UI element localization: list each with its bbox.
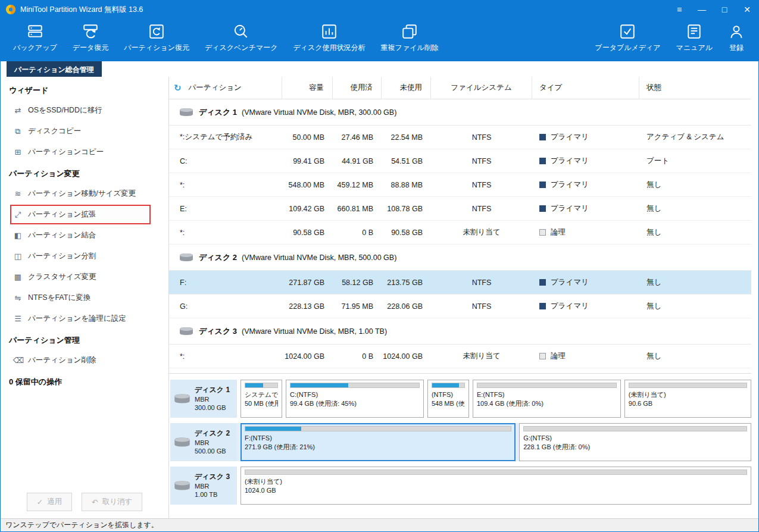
cell-status: 無し [639,277,751,287]
map-partition-g[interactable]: G:(NTFS) 228.1 GB (使用済: 0%) [519,423,751,461]
sidebar-item-extend-partition[interactable]: ⤢ パーティション拡張 [10,205,151,224]
cell-type: 論理 [551,351,566,361]
menu-icon[interactable]: ≡ [668,1,691,18]
refresh-icon[interactable]: ↻ [174,83,182,93]
table-row[interactable]: *: 548.00 MB 459.12 MB 88.88 MB NTFS プライ… [169,173,751,197]
disk-benchmark-icon [233,23,249,40]
cell-partition: *:システムで予約済み [169,132,282,142]
sidebar-section-manage: パーティション管理 [1,329,168,350]
cell-filesystem: NTFS [431,302,532,311]
cell-used: 0 B [333,229,382,237]
cell-partition: *: [169,352,282,361]
tab-bar: パーティション総合管理 [1,61,758,77]
table-row[interactable]: G: 228.13 GB 71.95 MB 228.06 GB NTFS プライ… [169,295,751,318]
pending-operations: 0 保留中の操作 [1,371,168,387]
sidebar-item-change-cluster-size[interactable]: ▦ クラスタサイズ変更 [10,267,151,287]
tab-partition-management[interactable]: パーティション総合管理 [7,61,102,77]
cell-partition: F: [169,278,282,287]
map-partition-unallocated[interactable]: (未割り当て) 1024.0 GB [240,467,751,505]
register-button[interactable]: 登録 [720,22,752,54]
data-recovery-label: データ復元 [73,43,109,53]
table-row-selected[interactable]: F: 271.87 GB 58.12 GB 213.75 GB NTFS プライ… [169,271,751,295]
minimize-button[interactable]: — [691,1,713,18]
usage-bar [245,383,278,388]
bootable-media-icon [619,23,636,40]
sidebar-item-label: パーティション拡張 [28,209,96,220]
sidebar-item-move-resize[interactable]: ≋ パーティション移動/サイズ変更 [10,184,151,204]
table-row[interactable]: *:システムで予約済み 50.00 MB 27.46 MB 22.54 MB N… [169,126,751,149]
duplicate-file-remover-button[interactable]: 重複ファイル削除 [373,22,446,54]
merge-partition-icon: ◧ [13,231,23,240]
undo-icon: ↶ [92,497,98,506]
type-square-icon [539,205,546,212]
disk-icon [173,393,191,405]
backup-icon [27,23,43,40]
col-type: タイプ [532,77,639,99]
manual-button[interactable]: マニュアル [669,22,720,54]
usage-bar [523,426,747,431]
map-partition-unallocated[interactable]: (未割り当て) 90.6 GB [624,380,751,418]
table-row[interactable]: *: 1024.00 GB 0 B 1024.00 GB 未割り当て 論理 無し [169,345,751,368]
disk-benchmark-button[interactable]: ディスクベンチマーク [197,22,286,54]
sidebar-item-merge-partition[interactable]: ◧ パーティション結合 [10,226,151,245]
sidebar-item-migrate-os[interactable]: ⇄ OSをSSD/HDDに移行 [10,101,151,120]
backup-button[interactable]: バックアップ [5,22,65,54]
map-disk-scheme: MBR [195,396,209,403]
maximize-button[interactable]: □ [713,1,736,18]
bootable-media-button[interactable]: ブータブルメディア [587,22,668,54]
map-partition-recovery[interactable]: (NTFS) 548 MB (使用済 [427,380,469,418]
map-partition-system-reserved[interactable]: システムで予約 50 MB (使用済 [240,380,282,418]
sidebar-item-label: NTFSをFATに変換 [28,293,90,303]
disk1-map-row: ディスク 1MBR300.00 GB システムで予約 50 MB (使用済 C:… [170,380,751,418]
cell-type: プライマリ [551,204,589,214]
cell-status: 無し [639,227,751,237]
usage-bar [290,383,420,388]
map-partition-e[interactable]: E:(NTFS) 109.4 GB (使用済: 0%) [473,380,621,418]
usage-bar [245,470,747,475]
data-recovery-button[interactable]: データ復元 [65,22,117,54]
disk1-group-header[interactable]: ディスク 1 (VMware Virtual NVMe Disk, MBR, 3… [169,99,751,126]
sidebar-item-convert-ntfs-fat[interactable]: ⇋ NTFSをFATに変換 [10,288,151,308]
cell-status: 無し [639,301,751,311]
convert-icon: ⇋ [13,293,23,302]
disk3-map-label[interactable]: ディスク 3MBR1.00 TB [170,467,237,505]
table-row[interactable]: E: 109.42 GB 660.81 MB 108.78 GB NTFS プラ… [169,197,751,221]
partition-recovery-button[interactable]: パーティション復元 [116,22,197,54]
cell-unused: 108.78 GB [382,205,431,213]
set-logical-icon: ☰ [13,314,23,323]
map-disk-scheme: MBR [195,483,209,490]
map-partition-c[interactable]: C:(NTFS) 99.4 GB (使用済: 45%) [286,380,424,418]
disk-name: ディスク 1 [199,107,237,118]
move-resize-icon: ≋ [13,189,23,198]
sidebar-item-split-partition[interactable]: ◫ パーティション分割 [10,246,151,266]
sidebar-item-label: OSをSSD/HDDに移行 [28,105,102,115]
sidebar-item-disk-copy[interactable]: ⧉ ディスクコピー [10,121,151,141]
cell-capacity: 109.42 GB [282,205,333,213]
disk2-group-header[interactable]: ディスク 2 (VMware Virtual NVMe Disk, MBR, 5… [169,245,751,271]
undo-button[interactable]: ↶ 取り消す [82,493,142,511]
apply-button[interactable]: ✓ 適用 [27,493,72,511]
partition-label: G:(NTFS) [523,434,747,443]
sidebar-item-partition-copy[interactable]: ⊞ パーティションコピー [10,142,151,162]
cell-partition: E: [169,205,282,213]
sidebar-section-wizard: ウィザード [1,79,168,100]
partition-label: (未割り当て) [245,477,747,486]
map-partition-f-selected[interactable]: F:(NTFS) 271.9 GB (使用済: 21%) [240,423,516,461]
sidebar-item-set-logical[interactable]: ☰ パーティションを論理に設定 [10,309,151,328]
sidebar-item-label: パーティション分割 [28,251,96,261]
table-row[interactable]: C: 99.41 GB 44.91 GB 54.51 GB NTFS プライマリ… [169,149,751,173]
cell-type: プライマリ [551,180,589,190]
table-row[interactable]: *: 90.58 GB 0 B 90.58 GB 未割り当て 論理 無し [169,221,751,245]
col-used: 使用済 [333,77,382,99]
partition-size: 99.4 GB (使用済: 45%) [290,399,420,408]
disk2-map-label[interactable]: ディスク 2MBR500.00 GB [170,423,237,461]
close-button[interactable]: ✕ [736,1,758,18]
sidebar-item-label: パーティション移動/サイズ変更 [28,189,136,199]
space-analyzer-button[interactable]: ディスク使用状況分析 [285,22,373,54]
col-partition: パーティション [189,83,242,93]
cell-unused: 54.51 GB [382,157,431,165]
type-square-icon [539,279,546,286]
sidebar-item-delete-partition[interactable]: ⌫ パーティション削除 [10,351,151,370]
disk1-map-label[interactable]: ディスク 1MBR300.00 GB [170,380,237,418]
disk3-group-header[interactable]: ディスク 3 (VMware Virtual NVMe Disk, MBR, 1… [169,318,751,345]
